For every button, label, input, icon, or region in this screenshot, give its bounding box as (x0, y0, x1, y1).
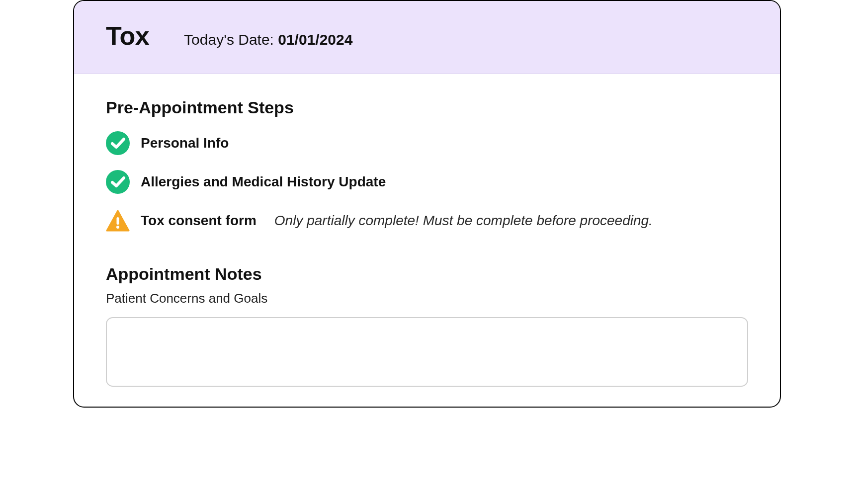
date-line: Today's Date: 01/01/2024 (184, 31, 352, 48)
date-label: Today's Date: (184, 31, 278, 48)
svg-point-1 (106, 170, 130, 194)
step-warning-message: Only partially complete! Must be complet… (274, 213, 653, 229)
checkmark-icon (106, 131, 130, 155)
step-label: Personal Info (141, 135, 229, 151)
appointment-card: Tox Today's Date: 01/01/2024 Pre-Appoint… (73, 0, 781, 408)
step-row-personal-info[interactable]: Personal Info (106, 131, 748, 155)
concerns-field-label: Patient Concerns and Goals (106, 291, 748, 306)
svg-point-3 (116, 226, 119, 229)
svg-rect-2 (117, 217, 119, 225)
pre-appointment-steps: Pre-Appointment Steps Personal Info (106, 98, 748, 233)
header: Tox Today's Date: 01/01/2024 (74, 1, 780, 74)
body: Pre-Appointment Steps Personal Info (74, 74, 780, 407)
step-label: Allergies and Medical History Update (141, 174, 386, 190)
svg-point-0 (106, 131, 130, 155)
page-title: Tox (106, 21, 149, 51)
notes-heading: Appointment Notes (106, 264, 748, 284)
date-value: 01/01/2024 (278, 31, 352, 48)
pre-steps-heading: Pre-Appointment Steps (106, 98, 748, 117)
appointment-notes: Appointment Notes Patient Concerns and G… (106, 264, 748, 389)
concerns-textarea[interactable] (106, 317, 748, 387)
step-row-consent-form[interactable]: Tox consent form Only partially complete… (106, 209, 748, 233)
checkmark-icon (106, 170, 130, 194)
step-row-allergies[interactable]: Allergies and Medical History Update (106, 170, 748, 194)
step-label: Tox consent form (141, 213, 256, 229)
warning-icon (106, 209, 130, 233)
